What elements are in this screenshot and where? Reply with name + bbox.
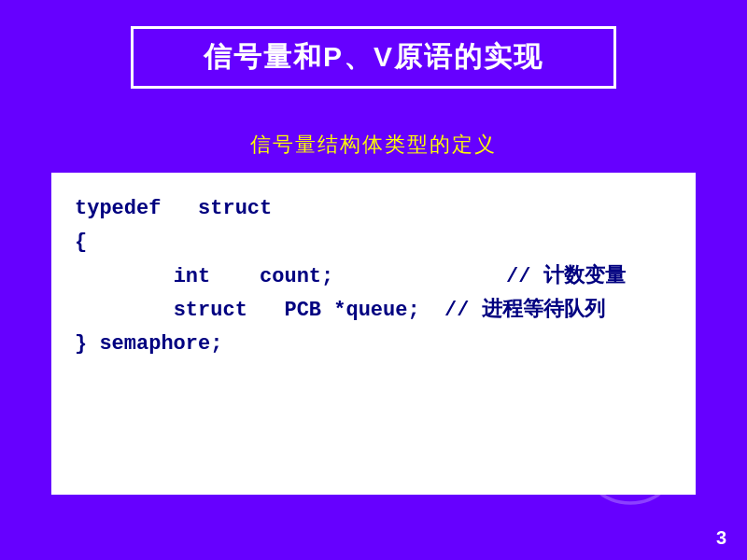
code-spacing-3 — [333, 260, 506, 294]
code-text-5: } semaphore; — [75, 328, 222, 361]
code-line-5: } semaphore; — [75, 328, 672, 361]
code-spacing-4 — [420, 294, 444, 328]
slide-title: 信号量和P、V原语的实现 — [204, 41, 543, 72]
code-text-4: struct PCB *queue; — [174, 294, 420, 328]
svg-text:教学课件: 教学课件 — [608, 452, 653, 465]
title-box: 信号量和P、V原语的实现 — [131, 26, 616, 89]
page-number: 3 — [716, 527, 726, 549]
code-line-1: typedef struct — [75, 192, 672, 226]
code-content: typedef struct { int count; // 计数变量 stru… — [75, 192, 672, 361]
code-line-4: struct PCB *queue; // 进程等待队列 — [75, 294, 672, 328]
code-text-1: typedef struct — [75, 192, 272, 226]
code-indent-3 — [75, 260, 174, 294]
code-comment-3: // 计数变量 — [506, 260, 626, 294]
code-text-3: int count; — [174, 260, 334, 294]
slide-container: 信号量和P、V原语的实现 信号量结构体类型的定义 typedef struct … — [0, 0, 747, 560]
svg-text:MOS 800: MOS 800 — [604, 429, 656, 444]
subtitle: 信号量结构体类型的定义 — [0, 131, 747, 159]
watermark: MOS 800 教学课件 — [574, 397, 686, 509]
code-line-3: int count; // 计数变量 — [75, 260, 672, 294]
code-line-2: { — [75, 226, 672, 259]
code-text-2: { — [75, 226, 87, 259]
code-comment-4: // 进程等待队列 — [444, 294, 605, 328]
code-indent-4 — [75, 294, 174, 328]
